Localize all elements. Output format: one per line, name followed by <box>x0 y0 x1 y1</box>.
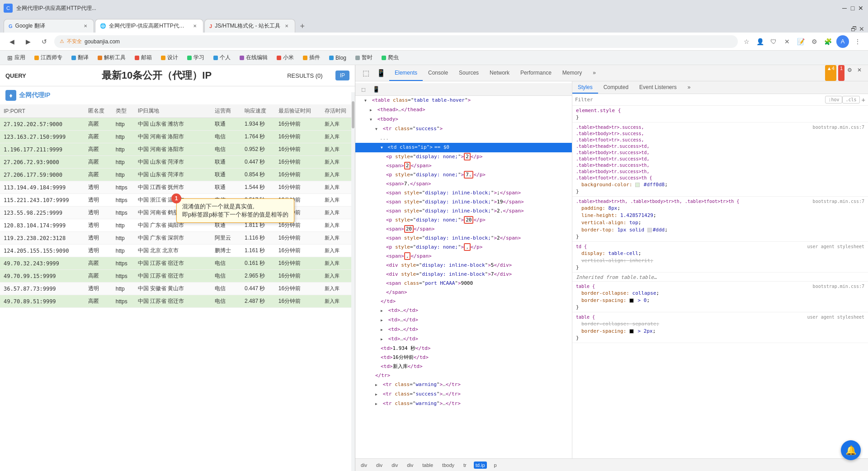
tab-proxy[interactable]: 🌐 全网代理IP-供应高匿HTTP代理... ✕ <box>95 19 203 33</box>
tab-close-2[interactable]: ✕ <box>191 23 198 30</box>
table-rule-bootstrap: bootstrap.min.css:7 table { border-colla… <box>572 282 868 312</box>
extension-icon-4[interactable]: ⚙ <box>809 37 819 47</box>
cell-alive: 新入库 <box>321 245 355 257</box>
tab-close-3[interactable]: ✕ <box>283 23 290 30</box>
html-line-td-ip[interactable]: ▼ <td class="ip">== $0 <box>355 143 572 152</box>
page-scrollbar[interactable] <box>351 92 355 471</box>
dt-tab-performance[interactable]: Performance <box>515 65 557 81</box>
window-close-icon[interactable]: ✕ <box>859 25 864 33</box>
bookmark-tools[interactable]: 解析工具 <box>94 53 129 63</box>
bookmark-plugin[interactable]: 插件 <box>299 53 324 63</box>
breadcrumb-div1[interactable]: div <box>359 462 369 469</box>
breadcrumb-tr[interactable]: tr <box>462 462 468 469</box>
tab-google-translate[interactable]: G Google 翻译 ✕ <box>4 19 94 33</box>
maximize-button[interactable]: □ <box>849 5 856 12</box>
extension-icon-3[interactable]: 📝 <box>796 37 806 47</box>
breadcrumb-table[interactable]: table <box>420 462 435 469</box>
dt-phone-icon[interactable]: 📱 <box>373 65 389 81</box>
forward-button[interactable]: ▶ <box>22 35 34 48</box>
tab-formatter[interactable]: J JS/HTML格式化 - 站长工具 ✕ <box>204 19 295 33</box>
dt-inspect-icon[interactable]: ⬚ <box>359 65 373 81</box>
breadcrumb-div4[interactable]: div <box>405 462 415 469</box>
breadcrumb-p[interactable]: p <box>492 462 499 469</box>
st-tab-more[interactable]: » <box>682 81 696 94</box>
html-line-tbody: <tbody> <box>355 115 572 124</box>
address-bar[interactable]: ⚠ 不安全 goubanjia.com <box>54 35 738 48</box>
profile-icon[interactable]: 👤 <box>755 37 765 47</box>
color-swatch-border2[interactable] <box>629 329 634 334</box>
bookmark-translate[interactable]: 翻译 <box>68 53 92 63</box>
back-button[interactable]: ◀ <box>5 35 18 48</box>
puzzle-icon[interactable]: 🧩 <box>823 37 833 47</box>
bookmark-crawler[interactable]: 爬虫 <box>378 53 402 63</box>
bookmark-editor[interactable]: 在线编辑 <box>236 53 271 63</box>
notification-button[interactable]: 🔔 <box>841 440 861 460</box>
st-tab-event-listeners[interactable]: Event Listeners <box>634 81 682 94</box>
filter-input[interactable] <box>575 97 823 103</box>
bookmark-apps[interactable]: ⊞ 应用 <box>4 53 29 63</box>
color-swatch-ddd[interactable] <box>647 228 652 232</box>
bookmark-email[interactable]: 邮箱 <box>131 53 156 63</box>
avatar-icon[interactable]: A <box>836 35 849 48</box>
bookmark-jxsz[interactable]: 江西师专 <box>31 53 66 63</box>
bookmark-personal[interactable]: 个人 <box>210 53 234 63</box>
cell-speed: 1.934 秒 <box>241 118 275 131</box>
col-anon: 匿名度 <box>85 104 112 118</box>
rule-line-height: line-height: 1.428571429; <box>581 212 864 219</box>
bookmark-mi[interactable]: 小米 <box>273 53 297 63</box>
dt-tab-more[interactable]: » <box>587 65 601 81</box>
star-icon[interactable]: ☆ <box>741 37 751 47</box>
filter-plus[interactable]: + <box>862 96 865 104</box>
translate-dot <box>71 56 76 60</box>
close-button[interactable]: ✕ <box>857 5 864 12</box>
tab-favicon-3: J <box>209 24 212 29</box>
st-tab-styles[interactable]: Styles <box>572 81 598 94</box>
dt-tab-elements[interactable]: Elements <box>389 65 423 81</box>
breadcrumb-div2[interactable]: div <box>374 462 384 469</box>
html-panel: ⬚ 📱 <table class="table table-hover"> <t… <box>355 81 572 458</box>
filter-cls[interactable]: .cls <box>842 96 859 104</box>
inspect-element-icon[interactable]: ⬚ <box>359 85 368 94</box>
cell-proto: http <box>112 232 134 245</box>
breadcrumb-td-ip[interactable]: td.ip <box>474 462 487 469</box>
cell-ip: 49.70.99.15:9999 <box>0 270 85 283</box>
minimize-button[interactable]: ─ <box>841 5 848 12</box>
color-swatch-dff0d8[interactable] <box>635 183 640 187</box>
cell-alive: 新入库 <box>321 169 355 181</box>
bookmark-design[interactable]: 设计 <box>157 53 182 63</box>
extension-icon-2[interactable]: ✕ <box>782 37 792 47</box>
cell-isp: 联通 <box>197 156 241 169</box>
filter-pseudo[interactable]: :hov <box>825 96 842 104</box>
html-line-span-close: </span> <box>355 288 572 297</box>
breadcrumb-tbody[interactable]: tbody <box>440 462 456 469</box>
menu-button[interactable]: ⋮ <box>853 37 863 47</box>
extension-icon-1[interactable]: 🛡 <box>769 37 778 47</box>
breadcrumb-div3[interactable]: div <box>390 462 400 469</box>
color-swatch-border[interactable] <box>629 298 634 303</box>
bookmark-temp[interactable]: 暂时 <box>352 53 376 63</box>
new-tab-button[interactable]: + <box>296 20 309 33</box>
dt-tab-sources[interactable]: Sources <box>453 65 484 81</box>
cell-ip: 124.205.155.155:9090 <box>0 245 85 257</box>
dt-settings-icon[interactable]: ⚙ <box>844 65 854 75</box>
reload-button[interactable]: ↺ <box>38 35 51 48</box>
dt-tab-console[interactable]: Console <box>423 65 453 81</box>
cell-verify: 16分钟前 <box>275 118 321 131</box>
restore-icon[interactable]: 🗗 <box>851 25 857 33</box>
st-tab-computed[interactable]: Computed <box>598 81 634 94</box>
table-rule-ua-selector: user agent stylesheet table { <box>576 314 864 320</box>
bookmark-blog[interactable]: Blog <box>326 53 350 63</box>
results-button[interactable]: IP <box>335 71 349 80</box>
tab-close-1[interactable]: ✕ <box>82 23 89 30</box>
dt-close-icon[interactable]: ✕ <box>854 65 864 75</box>
rule-vert-align-inherit: vertical-align: inherit; <box>581 257 864 264</box>
device-toggle-icon[interactable]: 📱 <box>372 85 381 94</box>
cell-ip: 120.83.104.174:9999 <box>0 219 85 232</box>
rule-border-top: border-top: 1px solid #ddd; <box>581 226 864 234</box>
temp-label: 暂时 <box>362 54 373 61</box>
dt-tab-memory[interactable]: Memory <box>557 65 587 81</box>
personal-dot <box>213 56 218 60</box>
bookmark-learn[interactable]: 学习 <box>184 53 208 63</box>
html-line-dots: ... <box>355 134 572 143</box>
dt-tab-network[interactable]: Network <box>484 65 515 81</box>
